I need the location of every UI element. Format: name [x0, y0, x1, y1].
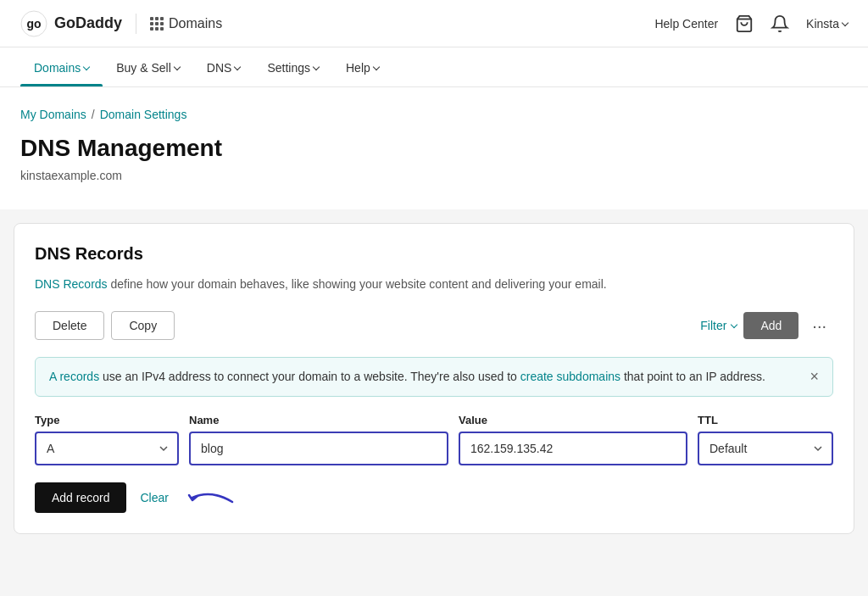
info-banner: A records use an IPv4 address to connect… [35, 357, 833, 397]
close-banner-button[interactable]: × [810, 368, 819, 386]
value-label: Value [459, 414, 687, 426]
nav-divider [136, 14, 136, 34]
nav-item-buy-sell[interactable]: Buy & Sell [103, 47, 193, 86]
cart-icon[interactable] [735, 14, 754, 33]
settings-chevron [313, 64, 320, 70]
name-label: Name [189, 414, 448, 426]
type-field-group: Type A AAAA CNAME MX TXT NS SOA SRV CAA [35, 414, 179, 465]
godaddy-text: GoDaddy [54, 14, 122, 32]
godaddy-logo-icon: go [20, 10, 47, 37]
page-header: My Domains / Domain Settings DNS Managem… [0, 87, 868, 209]
dns-chevron [234, 64, 241, 70]
dns-records-card: DNS Records DNS Records define how your … [14, 223, 854, 534]
type-label: Type [35, 414, 179, 426]
domains-chevron [83, 64, 90, 70]
svg-text:go: go [26, 17, 41, 31]
breadcrumb-my-domains[interactable]: My Domains [20, 108, 86, 121]
add-button[interactable]: Add [743, 312, 798, 339]
more-options-button[interactable]: ··· [805, 313, 833, 339]
add-record-button[interactable]: Add record [35, 482, 126, 513]
top-nav: go GoDaddy Domains Help Center Kinsta [0, 0, 868, 47]
value-field-group: Value [459, 414, 687, 465]
help-chevron [373, 64, 380, 70]
type-select[interactable]: A AAAA CNAME MX TXT NS SOA SRV CAA [35, 432, 179, 465]
filter-button[interactable]: Filter [700, 319, 737, 332]
ttl-label: TTL [698, 414, 833, 426]
breadcrumb-domain-settings[interactable]: Domain Settings [100, 108, 187, 121]
toolbar: Delete Copy Filter Add ··· [35, 311, 833, 340]
name-input[interactable] [189, 432, 448, 465]
nav-item-help[interactable]: Help [332, 47, 392, 86]
breadcrumb-separator: / [92, 108, 95, 121]
arrow-indicator [186, 485, 236, 510]
bell-icon[interactable] [771, 14, 789, 33]
nav-item-dns[interactable]: DNS [193, 47, 254, 86]
app-name-text: Domains [169, 16, 222, 31]
copy-button[interactable]: Copy [111, 311, 175, 340]
create-subdomains-link[interactable]: create subdomains [520, 370, 620, 383]
dns-form-row: Type A AAAA CNAME MX TXT NS SOA SRV CAA [35, 414, 833, 465]
card-title: DNS Records [35, 244, 833, 264]
help-center-link[interactable]: Help Center [654, 17, 718, 31]
nav-item-domains[interactable]: Domains [20, 47, 103, 86]
ttl-field-group: TTL Default 600 3600 86400 [698, 414, 833, 465]
name-field-group: Name [189, 414, 448, 465]
type-select-wrapper: A AAAA CNAME MX TXT NS SOA SRV CAA [35, 432, 179, 465]
delete-button[interactable]: Delete [35, 311, 104, 340]
grid-icon [150, 17, 164, 31]
filter-chevron [731, 321, 737, 328]
nav-app-name: Domains [150, 16, 222, 31]
ttl-select-wrapper: Default 600 3600 86400 [698, 432, 833, 465]
info-banner-text: A records use an IPv4 address to connect… [49, 368, 765, 386]
godaddy-logo[interactable]: go GoDaddy [20, 10, 122, 37]
user-name: Kinsta [806, 17, 839, 31]
buy-sell-chevron [174, 64, 181, 70]
dns-info-text: DNS Records define how your domain behav… [35, 277, 833, 291]
value-input[interactable] [459, 432, 687, 465]
dns-records-link[interactable]: DNS Records [35, 277, 108, 291]
ttl-select[interactable]: Default 600 3600 86400 [698, 432, 833, 465]
user-menu-chevron [842, 19, 849, 25]
top-nav-left: go GoDaddy Domains [20, 10, 222, 37]
a-records-link[interactable]: A records [49, 370, 99, 383]
clear-button[interactable]: Clear [140, 491, 168, 504]
breadcrumb: My Domains / Domain Settings [20, 108, 848, 121]
top-nav-right: Help Center Kinsta [654, 14, 848, 33]
nav-item-settings[interactable]: Settings [253, 47, 332, 86]
user-menu[interactable]: Kinsta [806, 17, 848, 31]
page-subtitle: kinstaexample.com [20, 169, 848, 182]
page-title: DNS Management [20, 135, 848, 162]
secondary-nav: Domains Buy & Sell DNS Settings Help [0, 47, 868, 87]
action-row: Add record Clear [35, 482, 833, 513]
